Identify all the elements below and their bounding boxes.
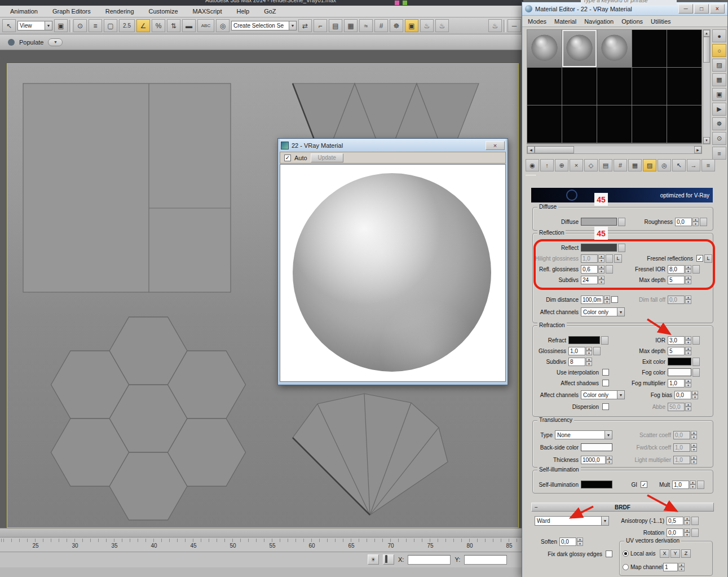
make-preview-icon[interactable]: ▶ (712, 103, 726, 116)
local-axis-radio[interactable] (623, 550, 629, 557)
rotation-map-button[interactable] (691, 528, 699, 537)
menu-animation[interactable]: Animation (10, 8, 38, 15)
scatter-coeff-spinner[interactable]: ▲▼ (691, 431, 697, 439)
fog-color-map-button[interactable] (692, 368, 700, 377)
material-slot-active[interactable] (562, 30, 597, 67)
map-channel-spinner[interactable]: ▲▼ (678, 563, 685, 571)
dim-falloff-spinner[interactable]: ▲▼ (685, 296, 691, 304)
axis-y-button[interactable]: Y (670, 549, 680, 558)
refl-glossiness-spinner[interactable]: ▲▼ (598, 265, 605, 274)
light-multiplier-spinner[interactable]: ▲▼ (691, 456, 697, 464)
axis-x-button[interactable]: X (660, 549, 669, 558)
fresnel-ior-map-button[interactable] (692, 265, 700, 274)
pin-stack-icon[interactable]: ▣ (54, 19, 68, 32)
material-navigator-icon[interactable]: ≡ (701, 159, 715, 171)
selection-set-dropdown[interactable]: Create Selection Se▼ (231, 21, 297, 30)
y-coord-input[interactable] (464, 555, 507, 565)
material-slot[interactable] (667, 68, 701, 105)
minimize-icon[interactable]: ─ (678, 4, 693, 14)
reflect-color-swatch[interactable] (581, 244, 617, 252)
fog-multiplier-input[interactable]: 1,0 (668, 379, 685, 387)
material-slot[interactable] (597, 30, 632, 67)
percent-snap-icon[interactable]: % (152, 19, 165, 32)
refr-subdivs-input[interactable]: 8 (568, 358, 585, 366)
video-color-check-icon[interactable]: ▣ (712, 88, 726, 101)
curve-editor-icon[interactable]: ≈ (359, 19, 373, 32)
brdf-type-dropdown[interactable]: Ward▼ (535, 516, 609, 526)
diffuse-color-swatch[interactable] (581, 218, 617, 226)
close-icon[interactable]: × (710, 4, 725, 14)
axis-z-button[interactable]: Z (681, 549, 691, 558)
dim-distance-checkbox[interactable] (611, 296, 618, 303)
sample-uv-tiling-icon[interactable]: ▦ (712, 73, 726, 86)
render-setup-icon[interactable]: ☸ (390, 19, 403, 32)
glossiness-spinner[interactable]: ▲▼ (586, 347, 592, 355)
fresnel-ior-spinner[interactable]: ▲▼ (685, 265, 691, 274)
scroll-left-icon[interactable]: ◀ (527, 146, 535, 153)
max-depth-input[interactable]: 5 (668, 276, 685, 284)
material-slot[interactable] (597, 105, 632, 143)
scroll-right-icon[interactable]: ▶ (694, 146, 701, 153)
fresnel-reflections-checkbox[interactable] (696, 255, 703, 262)
material-slot[interactable] (632, 68, 667, 105)
hilight-glossiness-input[interactable]: 1,0 (581, 254, 598, 263)
keyboard-override-icon[interactable]: ▬ (182, 19, 196, 32)
ior-input[interactable]: 3,0 (668, 336, 685, 345)
refract-map-button[interactable] (601, 336, 608, 345)
refr-max-depth-spinner[interactable]: ▲▼ (685, 347, 691, 355)
time-ruler[interactable]: 25 30 35 40 45 50 55 60 65 70 75 80 85 (0, 537, 523, 552)
mult-input[interactable]: 1,0 (672, 481, 689, 489)
go-forward-sibling-icon[interactable]: → (687, 159, 700, 171)
refract-color-swatch[interactable] (568, 336, 600, 344)
fog-bias-spinner[interactable]: ▲▼ (692, 391, 698, 399)
snap-toggle-25[interactable]: 2.5 (119, 19, 135, 32)
fix-dark-edges-checkbox[interactable] (606, 550, 612, 557)
fwd-bck-coeff-spinner[interactable]: ▲▼ (691, 443, 697, 452)
infocenter-search[interactable]: Type a keyword or phrase (581, 0, 677, 5)
hilight-glossiness-spinner[interactable]: ▲▼ (598, 254, 605, 263)
x-coord-input[interactable] (408, 555, 451, 565)
brdf-rollout-header[interactable]: − BRDF (531, 503, 714, 512)
show-end-result-icon[interactable]: ◎ (658, 159, 671, 171)
scroll-thumb[interactable] (703, 37, 710, 63)
schematic-view-icon[interactable]: # (374, 19, 388, 32)
menu-material[interactable]: Material (554, 18, 576, 25)
hilight-glossiness-map-button[interactable] (606, 254, 613, 263)
graphite-ribbon-icon[interactable]: ▦ (344, 19, 358, 32)
menu-help[interactable]: Help (237, 8, 250, 15)
align-icon[interactable]: ⌐ (314, 19, 327, 32)
update-button[interactable]: Update (311, 153, 343, 162)
diffuse-map-button[interactable] (618, 218, 625, 226)
track-bar[interactable] (0, 528, 523, 537)
translucency-type-dropdown[interactable]: None▼ (555, 430, 612, 439)
reset-map-icon[interactable]: × (570, 159, 583, 171)
roughness-spinner[interactable]: ▲▼ (692, 218, 699, 226)
dispersion-checkbox[interactable] (602, 403, 609, 410)
scroll-down-icon[interactable]: ▼ (703, 137, 710, 144)
menu-modes[interactable]: Modes (528, 18, 546, 25)
background-icon[interactable]: ▨ (712, 59, 726, 72)
select-by-name-icon[interactable]: ≡ (89, 19, 102, 32)
fresnel-lock-button[interactable]: L (704, 254, 712, 263)
anisotropy-map-button[interactable] (691, 517, 699, 525)
dim-distance-input[interactable]: 100,0m (581, 296, 603, 304)
subdivs-spinner[interactable]: ▲▼ (598, 276, 605, 284)
mult-spinner[interactable]: ▲▼ (690, 481, 696, 489)
preview-titlebar[interactable]: 22 - VRay Material × (280, 139, 506, 152)
quick-render-icon[interactable]: ♨ (488, 19, 502, 32)
select-and-link-icon[interactable]: ↖ (2, 19, 16, 32)
show-background-icon[interactable]: ▦ (628, 159, 642, 171)
material-slot[interactable] (527, 30, 562, 67)
slots-horizontal-scrollbar[interactable]: ◀ ▶ (527, 146, 702, 154)
render-iterative-icon[interactable]: ♨ (435, 19, 449, 32)
material-slot[interactable] (597, 68, 632, 105)
view-dropdown[interactable]: View▼ (17, 21, 52, 30)
menu-goz[interactable]: GoZ (264, 8, 276, 15)
angle-snap-icon[interactable]: ∠ (136, 19, 150, 32)
show-map-in-viewport-icon[interactable]: ▨ (643, 159, 656, 171)
fwd-bck-coeff-input[interactable]: 1,0 (673, 443, 690, 452)
map-channel-radio[interactable] (623, 564, 629, 570)
dim-falloff-input[interactable]: 0,0 (668, 296, 685, 304)
self-illumination-swatch[interactable] (581, 481, 612, 488)
close-icon[interactable]: × (486, 141, 505, 150)
